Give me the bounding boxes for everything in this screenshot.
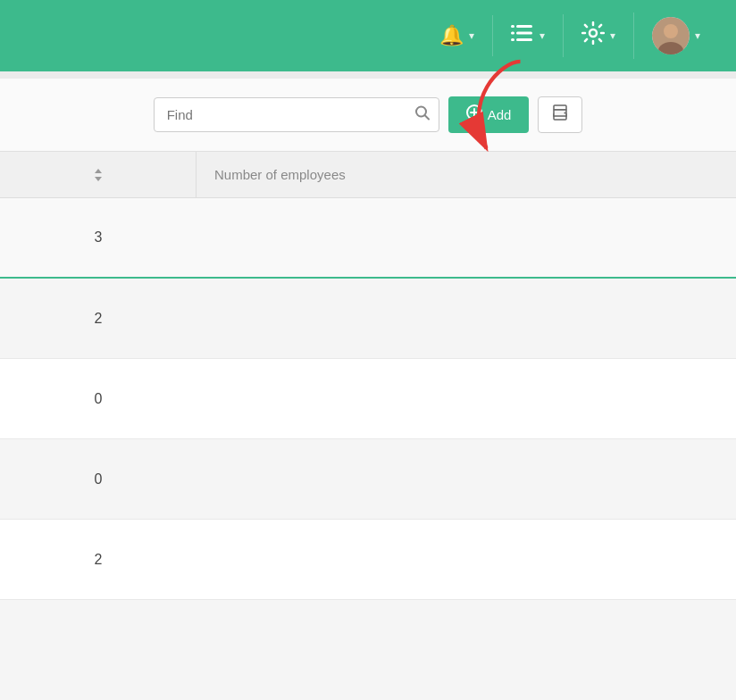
table-row[interactable]: 2 — [0, 279, 736, 359]
add-button[interactable]: Add — [448, 96, 530, 133]
employee-count-cell: 0 — [0, 471, 197, 488]
table-row[interactable]: 0 — [0, 359, 736, 439]
employee-count-cell: 2 — [0, 552, 197, 568]
list-icon — [511, 23, 534, 48]
svg-rect-1 — [511, 25, 514, 28]
employee-count-cell: 0 — [0, 391, 197, 407]
print-button[interactable] — [538, 96, 582, 133]
notifications-chevron: ▾ — [469, 29, 474, 42]
svg-rect-2 — [516, 32, 532, 35]
list-chevron: ▾ — [539, 29, 545, 42]
employee-count-cell: 3 — [0, 229, 197, 246]
search-input[interactable] — [154, 97, 439, 132]
svg-point-8 — [664, 24, 678, 38]
svg-rect-0 — [516, 25, 532, 28]
search-wrapper — [154, 97, 439, 132]
sort-column[interactable] — [0, 152, 197, 197]
gear-icon — [581, 21, 605, 50]
data-table: Number of employees 3 2 0 0 2 — [0, 152, 736, 600]
toolbar: Add — [0, 79, 736, 152]
table-row[interactable]: 3 — [0, 198, 736, 279]
svg-rect-5 — [511, 38, 514, 41]
table-row[interactable]: 2 — [0, 520, 736, 600]
svg-rect-3 — [511, 32, 514, 35]
employees-column-header: Number of employees — [197, 167, 364, 182]
settings-chevron: ▾ — [610, 29, 615, 42]
table-row[interactable]: 0 — [0, 439, 736, 520]
top-navigation: 🔔 ▾ ▾ ▾ — [0, 0, 736, 71]
bell-icon: 🔔 — [439, 24, 464, 47]
svg-point-17 — [565, 112, 566, 114]
user-menu-item[interactable]: ▾ — [634, 8, 718, 63]
print-icon — [551, 104, 569, 121]
svg-point-6 — [590, 29, 597, 37]
sort-icon — [91, 166, 105, 184]
avatar-chevron: ▾ — [695, 29, 700, 42]
list-nav-item[interactable]: ▾ — [493, 14, 564, 57]
avatar — [652, 17, 690, 54]
employee-count-cell: 2 — [0, 311, 197, 327]
svg-rect-4 — [516, 38, 532, 41]
add-circle-icon — [466, 104, 482, 125]
svg-line-11 — [424, 115, 429, 120]
table-header-row: Number of employees — [0, 152, 736, 198]
add-label: Add — [488, 107, 512, 122]
settings-nav-item[interactable]: ▾ — [564, 12, 634, 59]
search-button[interactable] — [414, 104, 431, 125]
notifications-nav-item[interactable]: 🔔 ▾ — [422, 15, 493, 56]
